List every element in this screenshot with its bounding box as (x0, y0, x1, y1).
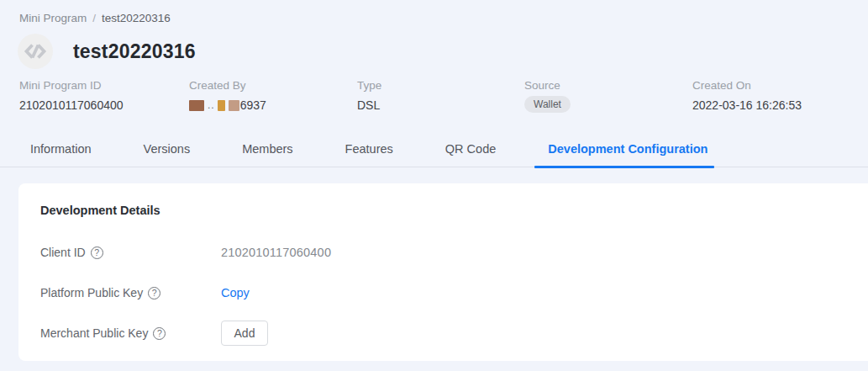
tab-information[interactable]: Information (30, 142, 92, 167)
meta-value-redacted: .. 6937 (189, 98, 357, 113)
redaction-block (189, 100, 204, 111)
platform-public-key-row: Platform Public Key Copy (40, 273, 846, 313)
breadcrumb: Mini Program / test20220316 (0, 0, 868, 24)
meta-value: DSL (357, 98, 524, 113)
tab-qr-code[interactable]: QR Code (445, 142, 496, 167)
client-id-value: 2102010117060400 (221, 246, 331, 259)
meta-created-on: Created On 2022-03-16 16:26:53 (692, 78, 868, 113)
add-button[interactable]: Add (221, 321, 268, 346)
platform-public-key-label: Platform Public Key (40, 286, 143, 299)
mini-program-avatar (18, 34, 53, 69)
development-details-panel: Development Details Client ID 2102010117… (18, 183, 868, 361)
panel-heading: Development Details (40, 204, 846, 217)
code-brackets-icon (18, 34, 53, 69)
meta-source: Source Wallet (524, 78, 692, 113)
redaction-block (218, 100, 225, 111)
tab-development-configuration[interactable]: Development Configuration (548, 142, 708, 167)
breadcrumb-separator: / (92, 12, 96, 24)
meta-label: Created By (189, 78, 357, 93)
meta-row: Mini Program ID 2102010117060400 Created… (0, 78, 868, 113)
meta-value: 2022-03-16 16:26:53 (692, 98, 868, 113)
meta-mini-program-id: Mini Program ID 2102010117060400 (19, 78, 189, 113)
platform-public-key-label-wrap: Platform Public Key (40, 286, 221, 299)
meta-label: Mini Program ID (19, 78, 189, 93)
meta-value: 2102010117060400 (19, 98, 189, 113)
mini-program-detail-page: Mini Program / test20220316 test20220316… (0, 0, 868, 371)
tab-features[interactable]: Features (345, 142, 393, 167)
client-id-label-wrap: Client ID (40, 246, 221, 259)
meta-label: Source (524, 78, 692, 93)
client-id-label: Client ID (40, 246, 86, 259)
client-id-row: Client ID 2102010117060400 (40, 232, 846, 273)
tab-bar: Information Versions Members Features QR… (0, 142, 868, 167)
merchant-public-key-label: Merchant Public Key (40, 326, 148, 340)
meta-value-suffix: 6937 (240, 98, 266, 112)
breadcrumb-current: test20220316 (102, 12, 171, 24)
merchant-public-key-row: Merchant Public Key Add (40, 313, 846, 353)
title-row: test20220316 (18, 34, 868, 69)
tab-members[interactable]: Members (242, 142, 292, 167)
copy-link[interactable]: Copy (221, 286, 250, 299)
redaction-dots: .. (208, 99, 215, 111)
tab-versions[interactable]: Versions (144, 142, 191, 167)
meta-created-by: Created By .. 6937 (189, 78, 357, 113)
page-title: test20220316 (73, 40, 196, 63)
help-icon[interactable] (148, 287, 160, 299)
meta-label: Type (357, 78, 524, 93)
meta-label: Created On (692, 78, 868, 93)
source-badge: Wallet (524, 96, 571, 113)
help-icon[interactable] (153, 327, 166, 340)
breadcrumb-mini-program[interactable]: Mini Program (19, 12, 87, 24)
meta-type: Type DSL (357, 78, 524, 113)
merchant-public-key-label-wrap: Merchant Public Key (40, 326, 221, 340)
help-icon[interactable] (91, 246, 103, 259)
redaction-block (229, 100, 239, 111)
